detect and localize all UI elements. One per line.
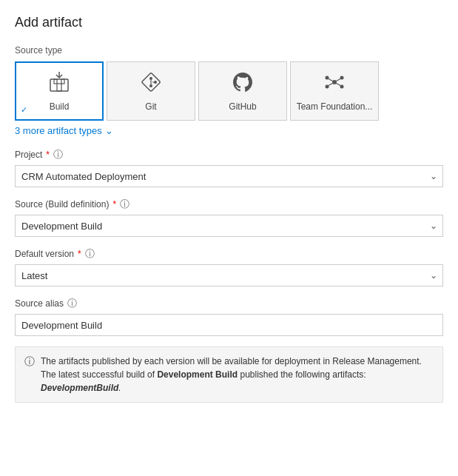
default-version-required: * bbox=[78, 249, 81, 259]
svg-line-17 bbox=[329, 84, 333, 86]
source-type-git[interactable]: Git bbox=[107, 61, 195, 121]
svg-rect-2 bbox=[61, 79, 64, 84]
source-type-tf[interactable]: Team Foundation... bbox=[290, 61, 379, 121]
source-required: * bbox=[112, 199, 116, 209]
project-field-group: Project * ⓘ CRM Automated Deployment ⌄ bbox=[15, 148, 443, 187]
svg-point-5 bbox=[149, 77, 152, 80]
svg-point-7 bbox=[154, 81, 157, 84]
build-label: Build bbox=[50, 101, 70, 112]
git-label: Git bbox=[145, 101, 156, 112]
svg-line-18 bbox=[337, 84, 341, 86]
project-label: Project * ⓘ bbox=[15, 148, 443, 161]
project-select-wrapper: CRM Automated Deployment ⌄ bbox=[15, 165, 443, 187]
source-alias-label: Source alias ⓘ bbox=[15, 297, 443, 310]
chevron-down-icon: ⌄ bbox=[105, 125, 113, 136]
tf-icon bbox=[323, 70, 346, 97]
source-type-build[interactable]: ✓ Build bbox=[15, 61, 104, 121]
svg-point-10 bbox=[332, 80, 337, 84]
source-select[interactable]: Development Build bbox=[15, 215, 443, 237]
source-label: Source (Build definition) * ⓘ bbox=[15, 198, 443, 211]
default-version-info-icon[interactable]: ⓘ bbox=[85, 247, 95, 261]
info-box-icon: ⓘ bbox=[24, 355, 35, 369]
info-box-bold2: DevelopmentBuild bbox=[41, 383, 118, 393]
source-alias-field-group: Source alias ⓘ bbox=[15, 297, 443, 336]
default-version-select-wrapper: Latest ⌄ bbox=[15, 264, 443, 286]
project-info-icon[interactable]: ⓘ bbox=[53, 148, 63, 161]
default-version-label: Default version * ⓘ bbox=[15, 247, 443, 261]
source-field-group: Source (Build definition) * ⓘ Developmen… bbox=[15, 198, 443, 237]
svg-rect-3 bbox=[57, 84, 61, 91]
source-type-row: ✓ Build Git GitHub bbox=[15, 61, 443, 121]
info-box-bold1: Development Build bbox=[157, 369, 238, 380]
svg-point-12 bbox=[340, 76, 344, 80]
more-artifact-types-link[interactable]: 3 more artifact types ⌄ bbox=[15, 125, 113, 136]
svg-point-13 bbox=[326, 85, 329, 89]
source-select-wrapper: Development Build ⌄ bbox=[15, 215, 443, 237]
svg-point-11 bbox=[326, 76, 329, 80]
svg-line-15 bbox=[329, 79, 333, 81]
default-version-select[interactable]: Latest bbox=[15, 264, 443, 286]
github-label: GitHub bbox=[229, 101, 256, 112]
tf-label: Team Foundation... bbox=[297, 101, 373, 112]
project-select[interactable]: CRM Automated Deployment bbox=[15, 165, 443, 187]
source-type-github[interactable]: GitHub bbox=[198, 61, 287, 121]
info-box: ⓘ The artifacts published by each versio… bbox=[15, 346, 443, 403]
git-icon bbox=[139, 70, 163, 97]
build-selected-check: ✓ bbox=[21, 105, 27, 115]
github-icon bbox=[231, 70, 255, 97]
default-version-field-group: Default version * ⓘ Latest ⌄ bbox=[15, 247, 443, 286]
project-required: * bbox=[46, 150, 50, 160]
source-alias-info-icon[interactable]: ⓘ bbox=[67, 297, 77, 310]
svg-point-14 bbox=[340, 85, 344, 89]
svg-line-16 bbox=[337, 79, 341, 81]
svg-rect-0 bbox=[50, 79, 68, 91]
build-icon bbox=[47, 70, 71, 97]
more-types-text: 3 more artifact types bbox=[15, 125, 102, 136]
svg-point-6 bbox=[149, 84, 152, 87]
info-box-text: The artifacts published by each version … bbox=[41, 355, 422, 395]
page-title: Add artifact bbox=[15, 15, 443, 30]
svg-rect-1 bbox=[54, 79, 57, 84]
source-type-label: Source type bbox=[15, 45, 443, 56]
source-alias-input[interactable] bbox=[15, 314, 443, 336]
source-info-icon[interactable]: ⓘ bbox=[120, 198, 129, 211]
